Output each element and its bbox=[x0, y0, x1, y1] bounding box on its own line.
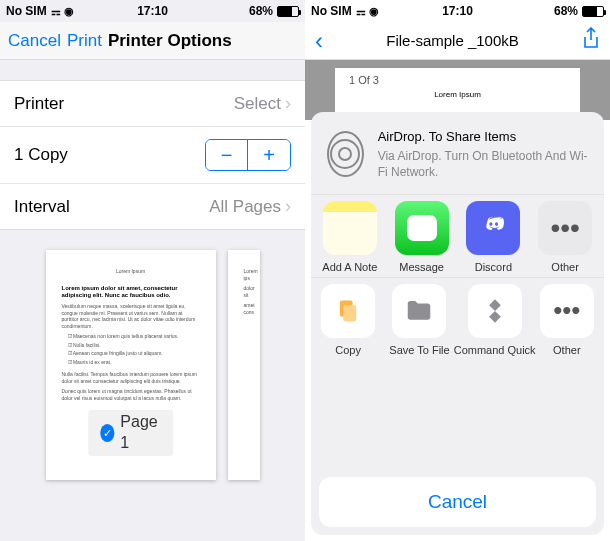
copies-value: 1 Copy bbox=[14, 145, 68, 165]
battery-icon bbox=[277, 6, 299, 17]
airdrop-icon bbox=[327, 131, 364, 177]
wifi-icon: ⚎ ◉ bbox=[356, 5, 379, 18]
clock: 17:10 bbox=[137, 4, 168, 18]
share-app-discord[interactable]: Discord bbox=[465, 201, 523, 273]
more-icon: ••• bbox=[538, 201, 592, 255]
interval-label: Interval bbox=[14, 197, 70, 217]
app-label: Other bbox=[551, 261, 579, 273]
stepper-minus-button[interactable]: − bbox=[206, 140, 248, 170]
shortcuts-icon bbox=[468, 284, 522, 338]
app-label: Add A Note bbox=[322, 261, 377, 273]
interval-value: All Pages bbox=[209, 197, 281, 217]
printer-row[interactable]: Printer Select › bbox=[0, 81, 305, 127]
app-label: Discord bbox=[475, 261, 512, 273]
stepper-plus-button[interactable]: + bbox=[248, 140, 290, 170]
battery-percent: 68% bbox=[249, 4, 273, 18]
printer-settings: Printer Select › 1 Copy − + Interval All… bbox=[0, 80, 305, 230]
page-label-badge: ✓ Page 1 bbox=[88, 410, 173, 456]
action-other[interactable]: ••• Other bbox=[540, 284, 594, 356]
thumb-header: Lorem Ipsum bbox=[62, 268, 200, 275]
status-bar: No SIM ⚎ ◉ 17:10 68% bbox=[0, 0, 305, 22]
folder-icon bbox=[392, 284, 446, 338]
discord-icon bbox=[466, 201, 520, 255]
document-preview: 1 Of 3 Lorem Ipsum bbox=[305, 60, 610, 120]
page-preview-area: Lorem Ipsum Lorem ipsum dolor sit amet, … bbox=[0, 230, 305, 500]
share-sheet-screen: No SIM ⚎ ◉ 17:10 68% ‹ File-sample _100k… bbox=[305, 0, 610, 541]
copies-row: 1 Copy − + bbox=[0, 127, 305, 184]
copies-stepper: − + bbox=[205, 139, 291, 171]
carrier-label: No SIM bbox=[311, 4, 352, 18]
share-app-other[interactable]: ••• Other bbox=[536, 201, 594, 273]
wifi-icon: ⚎ ◉ bbox=[51, 5, 74, 18]
action-copy[interactable]: Copy bbox=[321, 284, 375, 356]
app-label: Message bbox=[399, 261, 444, 273]
nav-title: Printer Options bbox=[108, 31, 232, 51]
share-button[interactable] bbox=[582, 27, 600, 54]
navbar: Cancel Print Printer Options bbox=[0, 22, 305, 60]
page-number-label: Page 1 bbox=[120, 412, 161, 454]
page-thumbnail-1[interactable]: Lorem Ipsum Lorem ipsum dolor sit amet, … bbox=[46, 250, 216, 480]
action-label: Save To File bbox=[389, 344, 449, 356]
carrier-label: No SIM bbox=[6, 4, 47, 18]
airdrop-text: AirDrop. To Share Items Via AirDrop. Tur… bbox=[378, 128, 588, 180]
messages-icon bbox=[395, 201, 449, 255]
clock: 17:10 bbox=[442, 4, 473, 18]
share-app-message[interactable]: Message bbox=[393, 201, 451, 273]
notes-icon bbox=[323, 201, 377, 255]
more-icon: ••• bbox=[540, 284, 594, 338]
action-save-to-file[interactable]: Save To File bbox=[389, 284, 449, 356]
copy-icon bbox=[321, 284, 375, 338]
share-apps-row: Add A Note Message Discord ••• Other bbox=[311, 194, 604, 277]
share-actions-row: Copy Save To File Command Quick ••• Othe… bbox=[311, 277, 604, 360]
cancel-button[interactable]: Cancel bbox=[8, 31, 61, 51]
print-button[interactable]: Print bbox=[67, 31, 102, 51]
print-options-screen: No SIM ⚎ ◉ 17:10 68% Cancel Print Printe… bbox=[0, 0, 305, 541]
action-label: Copy bbox=[335, 344, 361, 356]
page-counter: 1 Of 3 bbox=[349, 74, 566, 86]
file-title: File-sample _100kB bbox=[386, 32, 519, 49]
printer-value: Select bbox=[234, 94, 281, 114]
chevron-right-icon: › bbox=[285, 93, 291, 114]
share-sheet: AirDrop. To Share Items Via AirDrop. Tur… bbox=[311, 112, 604, 535]
back-button[interactable]: ‹ bbox=[315, 27, 323, 55]
action-label: Command Quick bbox=[454, 344, 536, 356]
battery-percent: 68% bbox=[554, 4, 578, 18]
navbar: ‹ File-sample _100kB bbox=[305, 22, 610, 60]
share-app-notes[interactable]: Add A Note bbox=[321, 201, 379, 273]
action-label: Other bbox=[553, 344, 581, 356]
cancel-button[interactable]: Cancel bbox=[319, 477, 596, 527]
interval-row[interactable]: Interval All Pages › bbox=[0, 184, 305, 229]
airdrop-row[interactable]: AirDrop. To Share Items Via AirDrop. Tur… bbox=[311, 112, 604, 194]
battery-icon bbox=[582, 6, 604, 17]
page-thumbnail-2[interactable]: Lorem ipsdolor sitamet cons bbox=[228, 250, 260, 480]
action-command-quick[interactable]: Command Quick bbox=[464, 284, 526, 356]
check-icon: ✓ bbox=[100, 424, 115, 442]
airdrop-title: AirDrop. To Share Items bbox=[378, 128, 588, 146]
airdrop-subtitle: Via AirDrop. Turn On Bluetooth And Wi-Fi… bbox=[378, 148, 588, 180]
status-bar: No SIM ⚎ ◉ 17:10 68% bbox=[305, 0, 610, 22]
doc-header: Lorem Ipsum bbox=[349, 90, 566, 99]
share-icon bbox=[582, 27, 600, 49]
printer-label: Printer bbox=[14, 94, 64, 114]
chevron-right-icon: › bbox=[285, 196, 291, 217]
svg-rect-1 bbox=[343, 305, 356, 321]
